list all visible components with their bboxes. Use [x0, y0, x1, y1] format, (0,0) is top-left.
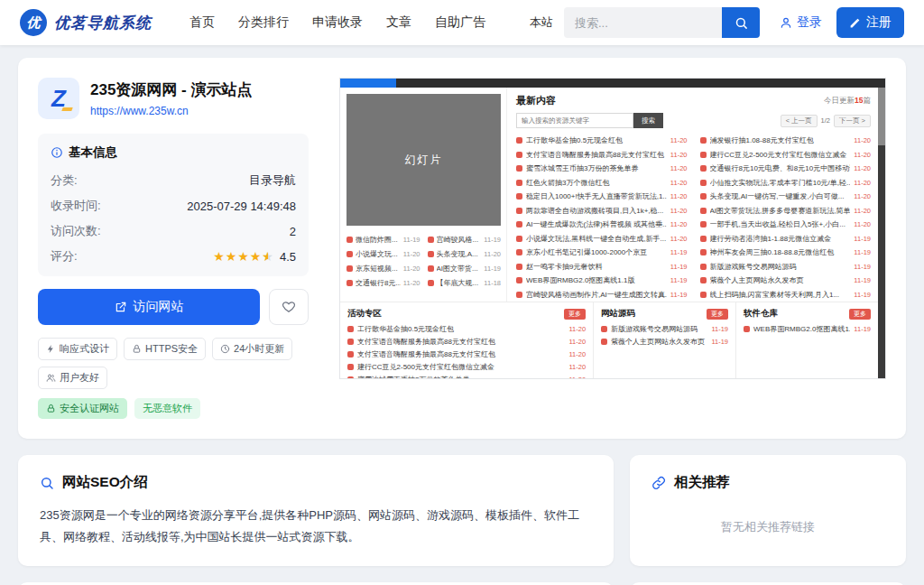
list-item: WEB界面RMBG2.0抠图离线1.1版 11-19 [516, 274, 688, 288]
login-link[interactable]: 登录 [780, 14, 822, 31]
mini-list-item: 头条变现,A... 11-20 [428, 249, 502, 259]
list-item: 支付宝语音嗨醒服务抽最高88元支付宝红包 11-20 [347, 335, 586, 348]
preview-left-column: 幻灯片 微信防炸圈... 11-19 [340, 88, 506, 302]
list-item: WEB界面RMBG2.0抠图离线1.1版 11-19 [744, 322, 871, 335]
info-value: 目录导航 [249, 172, 296, 189]
preview-scrollbar [878, 88, 885, 378]
mini-list-item: 小说爆文玩... 11-20 [346, 249, 420, 259]
list-bullet-icon [516, 292, 522, 298]
list-item: 建行CC豆兑2-500元支付宝红包微信立减金 11-20 [347, 360, 586, 373]
preview-body: 幻灯片 微信防炸圈... 11-19 [340, 88, 878, 302]
latest-lists: 工行散华基金抽0.5元现金红包 11-20 支付宝语音嗨醒服务抽最高88元支付宝… [516, 134, 871, 302]
bottom-grid: 网站SEO介绍 235资源网是一个专业的网络资源分享平台,提供各种PHP源码、网… [18, 455, 906, 585]
section-list: WEB界面RMBG2.0抠图离线1.1版 11-19 [744, 322, 871, 335]
info-label: 分类: [51, 172, 78, 189]
list-item: 浦发银行抽1.08-88元支付宝红包 11-20 [700, 134, 872, 148]
list-item: 蜜雪冰城雪王币抽3万份的茶免单券 11-20 [347, 373, 586, 379]
pager-prev-button: < 上一页 [781, 115, 818, 127]
section-header: 软件仓库 更多 [744, 308, 871, 320]
list-bullet-icon [516, 277, 522, 283]
nav-right: 本站 登录 注册 [530, 7, 904, 38]
list-bullet-icon [700, 236, 707, 242]
list-item: 支付宝语音嗨醒服务抽最高88元支付宝红包 11-20 [516, 148, 688, 162]
list-item: 工行散华基金抽0.5元现金红包 11-20 [516, 134, 688, 148]
pager-page-indicator: 1/2 [821, 116, 830, 125]
section-header: 网站源码 更多 [601, 308, 728, 320]
tag-responsive: 响应式设计 [38, 338, 117, 360]
nav-link[interactable]: 文章 [386, 14, 411, 31]
tag-updated: 24小时更新 [212, 338, 292, 360]
list-item: 宫崎骏风格动画制作片,AI一键生成图文转真... 11-19 [516, 288, 688, 302]
section-activity: 活动专区 更多 工行散华基金抽0.5元现金红包 11-20 [340, 302, 593, 379]
rating-row: 评分: ★★★★★★ 4.5 [51, 244, 296, 269]
nav-link[interactable]: 自助广告 [435, 14, 485, 31]
seo-intro-title: 网站SEO介绍 [40, 473, 592, 492]
tag-https: HTTPS安全 [124, 338, 206, 360]
search-scope-select[interactable]: 本站 [530, 14, 553, 31]
list-bullet-icon [700, 292, 707, 298]
list-item: AI图文带货玩法,拼多多母婴赛道新玩法,简单... 11-20 [700, 204, 872, 218]
basic-info-title: 基本信息 [51, 144, 296, 161]
nav-link[interactable]: 分类排行 [238, 14, 289, 31]
bottom-right-column: 相关推荐 暂无相关推荐链接 网站统计 (分析域名: 235w.cn) 百度权重 … [630, 455, 906, 585]
heart-icon [282, 300, 296, 314]
list-bullet-icon [700, 249, 707, 255]
mini-list-item: 交通银行8元... 11-20 [346, 278, 420, 288]
user-icon [780, 16, 792, 29]
list-item: 头条变现,AI一键仿写,一键重发,小白可做... 11-20 [700, 190, 872, 204]
search-input[interactable] [564, 7, 722, 38]
favorite-button[interactable] [269, 289, 309, 325]
search-icon [40, 476, 54, 490]
visit-site-button[interactable]: 访问网站 [38, 289, 260, 325]
site-header: Z 235资源网网 - 演示站点 https://www.235w.cn [38, 78, 309, 119]
search-button[interactable] [722, 7, 760, 38]
list-bullet-icon [516, 165, 522, 172]
seo-intro-text: 235资源网是一个专业的网络资源分享平台,提供各种PHP源码、网站源码、游戏源码… [40, 505, 592, 548]
info-label: 收录时间: [51, 198, 101, 214]
preview-scrollbar-thumb [878, 88, 885, 145]
site-url-link[interactable]: https://www.235w.cn [90, 105, 252, 117]
latest-list-right: 浦发银行抽1.08-88元支付宝红包 11-20 建行CC豆兑2-500元支付宝… [700, 134, 872, 302]
list-bullet-icon [516, 208, 522, 214]
list-bullet-icon [744, 326, 750, 332]
list-item: 稳定日入1000+!快手无人直播带货新玩法,1... 11-20 [516, 190, 688, 204]
feature-tags: 响应式设计 HTTPS安全 24小时更新 用户友好 [38, 338, 309, 389]
list-item: 紫薇个人主页网站永久发布页 11-19 [700, 274, 872, 288]
pencil-icon [849, 17, 861, 29]
list-bullet-icon [700, 208, 707, 214]
brand[interactable]: 优 优茗导航系统 [20, 9, 152, 36]
list-bullet-icon [516, 152, 522, 158]
info-row: 分类: 目录导航 [51, 168, 296, 193]
mini-list-row: 交通银行8元... 11-20 【年底大规... 11-18 [346, 275, 501, 290]
list-bullet-icon [700, 277, 707, 283]
list-bullet-icon [516, 236, 522, 242]
secure-site-badge: 安全认证网站 [38, 398, 127, 419]
mini-list-item: 宫崎骏风格... 11-19 [428, 235, 502, 245]
action-row: 访问网站 [38, 289, 309, 325]
list-bullet-icon [347, 326, 354, 332]
list-bullet-icon [428, 280, 434, 286]
website-screenshot-preview[interactable]: 幻灯片 微信防炸圈... 11-19 [339, 78, 886, 379]
related-links-card: 相关推荐 暂无相关推荐链接 [630, 455, 906, 566]
list-item: 建行CC豆兑2-500元支付宝红包微信立减金 11-20 [700, 148, 872, 162]
brand-logo-icon: 优 [20, 9, 47, 36]
nav-link[interactable]: 申请收录 [312, 14, 363, 31]
register-button[interactable]: 注册 [836, 7, 904, 38]
page-content: Z 235资源网网 - 演示站点 https://www.235w.cn 基本信… [0, 45, 924, 585]
mini-list-item: 微信防炸圈... 11-19 [346, 235, 420, 245]
section-source-code: 网站源码 更多 新版游戏账号交易网站源码 11-19 [593, 302, 735, 379]
shield-lock-icon [46, 404, 56, 413]
mini-list-row: 微信防炸圈... 11-19 宫崎骏风格... 11-19 [346, 232, 501, 246]
related-links-title: 相关推荐 [651, 473, 884, 492]
register-label: 注册 [866, 14, 892, 31]
more-badge: 更多 [849, 309, 871, 320]
lightning-icon [46, 344, 56, 354]
today-update-count: 今日更新15篇 [824, 96, 871, 107]
list-bullet-icon [700, 152, 707, 158]
pager-next-button: 下一页 > [834, 115, 871, 127]
security-badges: 安全认证网站 无恶意软件 [38, 398, 309, 419]
list-bullet-icon [346, 237, 353, 243]
related-empty-text: 暂无相关推荐链接 [651, 492, 884, 548]
seo-intro-card: 网站SEO介绍 235资源网是一个专业的网络资源分享平台,提供各种PHP源码、网… [18, 455, 614, 566]
nav-link[interactable]: 首页 [189, 14, 215, 31]
